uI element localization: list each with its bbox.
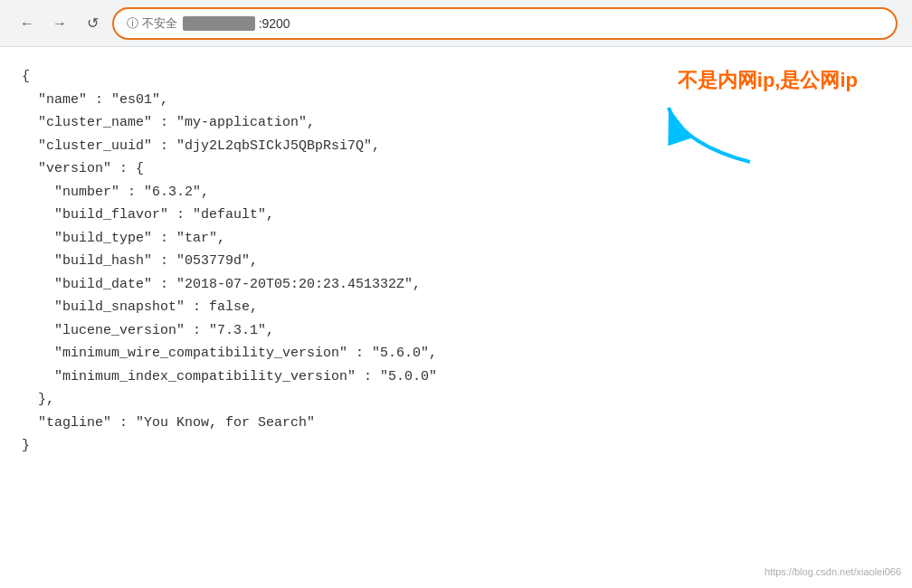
browser-chrome: ← → ↺ ⓘ 不安全 :9200 xyxy=(0,0,912,47)
redacted-ip xyxy=(183,16,255,31)
arrow-icon xyxy=(660,99,768,171)
watermark: https://blog.csdn.net/xiaolei066 xyxy=(765,564,901,581)
annotation-container: 不是内网ip,是公网ip xyxy=(660,63,858,171)
page-content: { "name" : "es01", "cluster_name" : "my-… xyxy=(0,47,912,588)
reload-button[interactable]: ↺ xyxy=(80,11,105,36)
security-indicator: ⓘ 不安全 xyxy=(127,15,177,32)
json-line: "number" : "6.3.2", xyxy=(22,181,890,204)
json-line: "build_snapshot" : false, xyxy=(22,296,890,319)
json-line: "minimum_wire_compatibility_version" : "… xyxy=(22,342,890,365)
json-line: "tagline" : "You Know, for Search" xyxy=(22,412,890,435)
port-text: :9200 xyxy=(259,16,290,31)
json-line: "build_hash" : "053779d", xyxy=(22,250,890,273)
json-line: "build_flavor" : "default", xyxy=(22,204,890,227)
address-bar[interactable]: ⓘ 不安全 :9200 xyxy=(112,7,898,40)
address-text: :9200 xyxy=(183,16,290,31)
json-line: "lucene_version" : "7.3.1", xyxy=(22,319,890,343)
json-line: "build_date" : "2018-07-20T05:20:23.4513… xyxy=(22,273,890,297)
json-line: } xyxy=(22,434,890,458)
json-line: "minimum_index_compatibility_version" : … xyxy=(22,365,890,389)
json-line: "build_type" : "tar", xyxy=(22,227,890,251)
forward-button[interactable]: → xyxy=(47,11,72,36)
annotation-text: 不是内网ip,是公网ip xyxy=(678,63,858,97)
back-button[interactable]: ← xyxy=(14,11,40,36)
json-line: }, xyxy=(22,388,890,412)
